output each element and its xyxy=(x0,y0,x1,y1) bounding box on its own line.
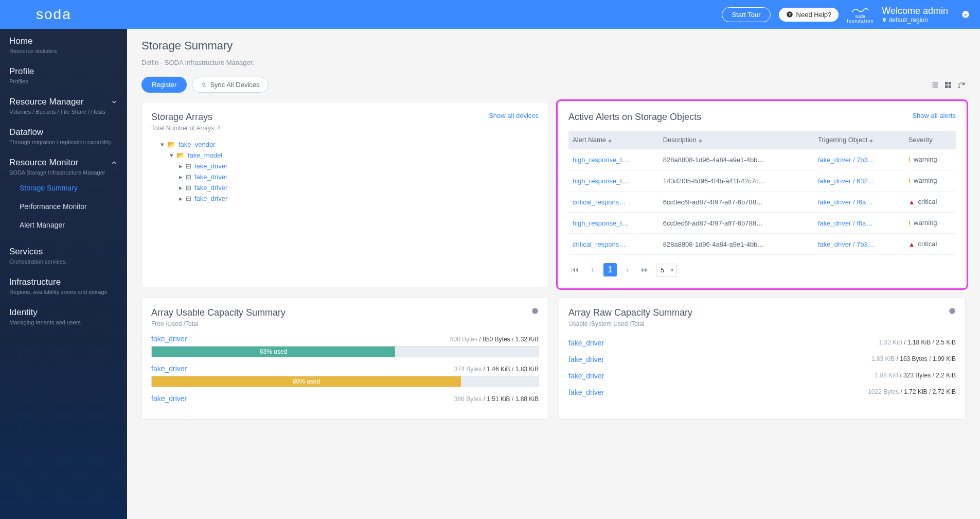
sidebar-child-alert-manager[interactable]: Alert Manager xyxy=(15,216,118,234)
alerts-col-2[interactable]: Trigerring Object◆ xyxy=(814,131,904,149)
progress-bar: 63% used xyxy=(151,346,539,357)
usable-item: fake_driver386 Bytes / 1.51 KiB / 1.88 K… xyxy=(151,394,539,403)
alert-severity: ▲critical xyxy=(904,192,956,213)
alert-trigger[interactable]: fake_driver / 632f… xyxy=(814,170,904,192)
disk-icon: ⊟ xyxy=(186,162,191,170)
page-title: Storage Summary xyxy=(141,39,966,53)
raw-name-link[interactable]: fake_driver xyxy=(568,372,604,380)
list-view-icon[interactable] xyxy=(931,81,939,89)
sort-icon: ◆ xyxy=(699,138,702,143)
sort-icon: ◆ xyxy=(608,138,612,143)
sidebar-item-identity[interactable]: IdentityManaging tenants and users xyxy=(0,300,127,331)
chart-icon[interactable] xyxy=(531,307,539,315)
page-size-value: 5 xyxy=(661,266,664,274)
need-help-label: Need Help? xyxy=(796,11,832,19)
alerts-title: Active Alerts on Storage Objects xyxy=(568,112,701,123)
page-subtitle: Delfin - SODA Infrastructure Manager. xyxy=(141,59,966,66)
alert-trigger[interactable]: fake_driver / f6ac… xyxy=(814,213,904,234)
soda-badge: soda foundation xyxy=(847,5,874,24)
capacity-name-link[interactable]: fake_driver xyxy=(151,394,187,403)
user-menu-chevron-icon[interactable] xyxy=(961,10,970,19)
sidebar-item-infrastructure[interactable]: InfrastructureRegions, availability zone… xyxy=(0,270,127,300)
page-next-button[interactable]: › xyxy=(621,263,634,276)
sidebar-item-home[interactable]: HomeResource statistics xyxy=(0,29,127,59)
sidebar-item-resource-monitor[interactable]: Resource MonitorSODA Storage Infrastruct… xyxy=(0,150,127,239)
sidebar-item-services[interactable]: ServicesOrchestration services. xyxy=(0,239,127,270)
sidebar-item-dataflow[interactable]: DataflowThrough migration / replication … xyxy=(0,120,127,150)
capacity-stats: 386 Bytes / 1.51 KiB / 1.88 KiB xyxy=(454,395,539,403)
capacity-stats: 500 Bytes / 850 Bytes / 1.32 KiB xyxy=(450,336,539,343)
alert-trigger[interactable]: fake_driver / 7b3… xyxy=(814,234,904,255)
chart-icon[interactable] xyxy=(949,307,956,315)
sync-all-button[interactable]: Sync All Devices xyxy=(192,77,268,93)
alert-trigger[interactable]: fake_driver / 7b3… xyxy=(814,149,904,170)
tree-vendor[interactable]: ▾📂fake_vendor xyxy=(151,139,539,150)
show-all-alerts-link[interactable]: Show all alerts xyxy=(912,112,956,119)
capacity-name-link[interactable]: fake_driver xyxy=(151,365,187,373)
raw-subtitle: Usable /System Used /Total xyxy=(568,320,692,327)
svg-text:?: ? xyxy=(788,12,791,17)
register-button[interactable]: Register xyxy=(141,77,187,93)
sidebar: HomeResource statisticsProfileProfilesRe… xyxy=(0,29,127,440)
tree-driver[interactable]: ▸⊟fake_driver xyxy=(151,193,539,204)
raw-name-link[interactable]: fake_driver xyxy=(568,388,604,396)
alert-name[interactable]: critical_response_… xyxy=(568,234,659,255)
alert-row: critical_response_…828a8808-1d96-4a84-a9… xyxy=(568,234,956,255)
grid-view-icon[interactable] xyxy=(944,81,952,89)
usable-subtitle: Free /Used /Total xyxy=(151,320,286,327)
alerts-col-0[interactable]: Alert Name◆ xyxy=(568,131,659,149)
region-text: default_region xyxy=(889,16,928,24)
sidebar-child-storage-summary[interactable]: Storage Summary xyxy=(15,179,118,197)
page-prev-button[interactable]: ‹ xyxy=(586,263,599,276)
page-last-button[interactable]: ⏭ xyxy=(638,263,652,276)
help-icon: ? xyxy=(786,11,793,18)
alert-trigger[interactable]: fake_driver / f6ac… xyxy=(814,192,904,213)
page-first-button[interactable]: ⏮ xyxy=(568,263,582,276)
capacity-name-link[interactable]: fake_driver xyxy=(151,335,187,343)
alerts-col-3[interactable]: Severity xyxy=(904,131,956,149)
main-content: Storage Summary Delfin - SODA Infrastruc… xyxy=(127,29,980,440)
view-mode-icons xyxy=(931,81,966,89)
active-alerts-card: Active Alerts on Storage Objects Show al… xyxy=(559,102,966,287)
alert-severity: !warning xyxy=(904,170,956,192)
show-all-devices-link[interactable]: Show all devices xyxy=(489,112,539,119)
folder-open-icon: 📂 xyxy=(167,141,175,148)
raw-name-link[interactable]: fake_driver xyxy=(568,339,604,347)
raw-capacity-card: Array Raw Capacity Summary Usable /Syste… xyxy=(559,298,966,420)
alert-desc: 143d2f05-8d96-4f4b-a41f-42c7caae98fe … xyxy=(659,170,814,192)
alert-name[interactable]: critical_response_… xyxy=(568,192,659,213)
page-size-select[interactable]: 5 xyxy=(656,264,677,276)
sidebar-item-resource-manager[interactable]: Resource ManagerVolumes / Buckets / File… xyxy=(0,90,127,120)
raw-item: fake_driver1.88 KiB / 323 Bytes / 2.2 Ki… xyxy=(568,368,956,384)
alert-name[interactable]: high_response_ti… xyxy=(568,213,659,234)
warning-icon: ! xyxy=(908,177,911,185)
alert-name[interactable]: high_response_ti… xyxy=(568,149,659,170)
header: soda Start Tour ? Need Help? soda founda… xyxy=(0,0,980,29)
storage-arrays-card: Storage Arrays Total Number of Arrays: 4… xyxy=(141,102,548,287)
start-tour-button[interactable]: Start Tour xyxy=(722,7,770,22)
warning-icon: ! xyxy=(908,219,911,227)
svg-point-2 xyxy=(962,11,969,18)
usable-capacity-card: Array Usable Capacity Summary Free /Used… xyxy=(141,298,548,420)
tree-driver[interactable]: ▸⊟fake_driver xyxy=(151,161,539,171)
alert-row: high_response_ti…6cc0ec6f-ad87-4f97-aff7… xyxy=(568,213,956,234)
raw-name-link[interactable]: fake_driver xyxy=(568,355,604,364)
tree-model[interactable]: ▾📂fake_model xyxy=(151,150,539,161)
tree-driver[interactable]: ▸⊟fake_driver xyxy=(151,171,539,182)
sort-icon: ◆ xyxy=(869,138,873,143)
sidebar-item-profile[interactable]: ProfileProfiles xyxy=(0,59,127,90)
chevron-up-icon xyxy=(111,159,118,166)
sync-label: Sync All Devices xyxy=(210,81,259,89)
tree-driver[interactable]: ▸⊟fake_driver xyxy=(151,182,539,193)
need-help-button[interactable]: ? Need Help? xyxy=(779,8,839,22)
sidebar-child-performance-monitor[interactable]: Performance Monitor xyxy=(15,197,118,216)
alert-row: high_response_ti…828a8808-1d96-4a84-a9e1… xyxy=(568,149,956,170)
alert-severity: !warning xyxy=(904,213,956,234)
welcome-text: Welcome admin xyxy=(882,6,948,16)
disk-icon: ⊟ xyxy=(186,173,191,181)
alert-name[interactable]: high_response_ti… xyxy=(568,170,659,192)
refresh-icon[interactable] xyxy=(957,81,966,89)
raw-item: fake_driver1.83 KiB / 163 Bytes / 1.99 K… xyxy=(568,351,956,368)
page-current[interactable]: 1 xyxy=(603,263,617,276)
alerts-col-1[interactable]: Description◆ xyxy=(659,131,814,149)
